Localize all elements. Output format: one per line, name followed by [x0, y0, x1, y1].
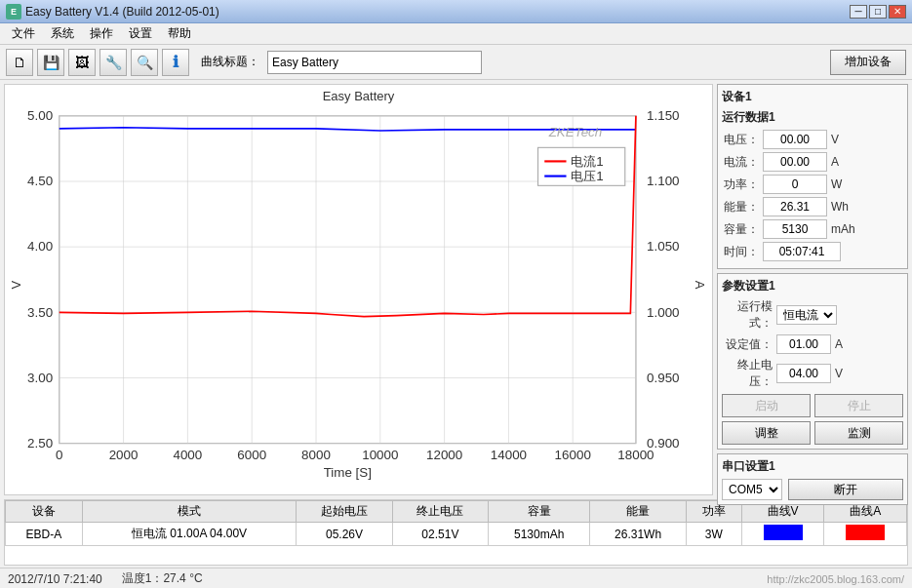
svg-text:A: A: [693, 281, 707, 290]
setval-value: 01.00: [776, 334, 831, 354]
run-data-title: 运行数据1: [722, 109, 903, 126]
svg-text:5.00: 5.00: [27, 108, 53, 123]
endvolt-value: 04.00: [776, 364, 831, 383]
com-port-select[interactable]: COM5 COM1 COM2 COM3 COM4: [722, 479, 782, 500]
svg-text:3.50: 3.50: [27, 305, 53, 320]
chart-area: Easy Battery: [4, 84, 713, 495]
menu-help[interactable]: 帮助: [160, 23, 199, 44]
svg-text:3.00: 3.00: [27, 371, 53, 385]
svg-text:1.050: 1.050: [647, 240, 679, 255]
add-device-button[interactable]: 增加设备: [830, 50, 906, 75]
time-row: 时间： 05:07:41: [722, 242, 903, 261]
close-button[interactable]: ✕: [889, 5, 906, 19]
svg-text:1.100: 1.100: [647, 175, 679, 189]
col-startv: 起始电压: [297, 501, 392, 523]
cell-endv: 02.51V: [392, 523, 488, 546]
curve-v-color: [764, 525, 803, 540]
tools-button[interactable]: 🔧: [99, 49, 127, 76]
data-table: 设备 模式 起始电压 终止电压 容量 能量 功率 曲线V 曲线A EBD-A 恒…: [5, 500, 907, 546]
current-label: 电流：: [722, 154, 759, 171]
action-buttons: 启动 停止: [722, 394, 903, 417]
power-unit: W: [831, 177, 842, 191]
stop-button[interactable]: 停止: [814, 394, 903, 417]
file-new-button[interactable]: 🗋: [6, 49, 33, 76]
voltage-value: 00.00: [763, 130, 827, 149]
start-button[interactable]: 启动: [722, 394, 811, 417]
setval-unit: A: [835, 337, 843, 351]
setval-label: 设定值：: [722, 336, 773, 353]
cell-power: 3W: [686, 523, 741, 546]
svg-text:6000: 6000: [237, 448, 266, 462]
secondary-buttons: 调整 监测: [722, 421, 903, 445]
svg-text:2.50: 2.50: [27, 436, 53, 451]
status-bar: 2012/7/10 7:21:40 温度1：27.4 °C http://zkc…: [0, 568, 912, 588]
table-header-row: 设备 模式 起始电压 终止电压 容量 能量 功率 曲线V 曲线A: [6, 501, 907, 523]
mode-row: 运行模式： 恒电流 恒功率 恒电阻: [722, 298, 903, 332]
capacity-value: 5130: [763, 219, 827, 239]
svg-text:0: 0: [56, 448, 62, 462]
energy-value: 26.31: [763, 197, 827, 216]
svg-text:V: V: [8, 281, 22, 290]
svg-text:14000: 14000: [491, 448, 527, 462]
cell-startv: 05.26V: [297, 523, 392, 546]
time-label: 时间：: [722, 244, 759, 260]
capacity-label: 容量：: [722, 221, 759, 238]
device-info-box: 设备1 运行数据1 电压： 00.00 V 电流： 00.00 A 功率： 0 …: [717, 84, 908, 269]
status-temperature: 温度1：27.4 °C: [122, 570, 203, 587]
capacity-unit: mAh: [831, 222, 855, 236]
search-button[interactable]: 🔍: [131, 49, 158, 76]
setval-row: 设定值： 01.00 A: [722, 334, 903, 354]
svg-text:电压1: 电压1: [571, 169, 604, 183]
app-icon: E: [6, 4, 21, 20]
power-label: 功率：: [722, 176, 759, 193]
menu-operate[interactable]: 操作: [82, 23, 121, 44]
col-energy: 能量: [590, 501, 686, 523]
energy-label: 能量：: [722, 199, 759, 216]
endvolt-label: 终止电压：: [722, 357, 773, 390]
maximize-button[interactable]: □: [869, 5, 887, 19]
cell-capacity: 5130mAh: [489, 523, 590, 546]
monitor-button[interactable]: 监测: [814, 421, 903, 445]
toolbar: 🗋 💾 🖼 🔧 🔍 ℹ 曲线标题： 增加设备: [0, 45, 912, 80]
chart-container: 2.50 3.00 3.50 4.00 4.50 5.00 1.150 1.10…: [5, 105, 712, 486]
adjust-button[interactable]: 调整: [722, 421, 811, 445]
com-row: COM5 COM1 COM2 COM3 COM4 断开: [722, 479, 903, 500]
info-button[interactable]: ℹ: [162, 49, 189, 76]
endvolt-unit: V: [835, 367, 843, 380]
menu-file[interactable]: 文件: [4, 23, 43, 44]
menu-settings[interactable]: 设置: [121, 23, 160, 44]
table-row: EBD-A 恒电流 01.00A 04.00V 05.26V 02.51V 51…: [6, 523, 907, 546]
voltage-label: 电压：: [722, 132, 759, 148]
com-connect-button[interactable]: 断开: [788, 479, 903, 500]
col-capacity: 容量: [489, 501, 590, 523]
voltage-unit: V: [831, 133, 839, 146]
com-box: 串口设置1 COM5 COM1 COM2 COM3 COM4 断开: [717, 453, 908, 505]
device-title: 设备1: [722, 89, 903, 105]
right-panel: 设备1 运行数据1 电压： 00.00 V 电流： 00.00 A 功率： 0 …: [717, 80, 912, 499]
svg-text:10000: 10000: [362, 448, 398, 462]
minimize-button[interactable]: ─: [850, 5, 867, 19]
image-button[interactable]: 🖼: [68, 49, 96, 76]
main-area: Easy Battery: [0, 80, 912, 499]
menu-bar: 文件 系统 操作 设置 帮助: [0, 23, 912, 45]
curve-title-input[interactable]: [267, 51, 482, 74]
mode-select[interactable]: 恒电流 恒功率 恒电阻: [776, 305, 837, 325]
col-mode: 模式: [82, 501, 296, 523]
cell-device: EBD-A: [6, 523, 83, 546]
svg-text:4.50: 4.50: [27, 175, 53, 189]
voltage-row: 电压： 00.00 V: [722, 130, 903, 149]
svg-text:2000: 2000: [109, 448, 139, 462]
endvolt-row: 终止电压： 04.00 V: [722, 357, 903, 390]
cell-curvea: [824, 523, 907, 546]
com-title: 串口设置1: [722, 458, 903, 475]
svg-text:Time [S]: Time [S]: [324, 466, 372, 481]
file-save-button[interactable]: 💾: [37, 49, 64, 76]
energy-row: 能量： 26.31 Wh: [722, 197, 903, 216]
data-table-area: 设备 模式 起始电压 终止电压 容量 能量 功率 曲线V 曲线A EBD-A 恒…: [4, 499, 908, 566]
status-url: http://zkc2005.blog.163.com/: [767, 573, 904, 585]
svg-text:ZKETech: ZKETech: [548, 126, 603, 140]
menu-system[interactable]: 系统: [43, 23, 82, 44]
svg-text:1.150: 1.150: [647, 108, 679, 123]
svg-text:8000: 8000: [301, 448, 331, 462]
col-device: 设备: [6, 501, 83, 523]
